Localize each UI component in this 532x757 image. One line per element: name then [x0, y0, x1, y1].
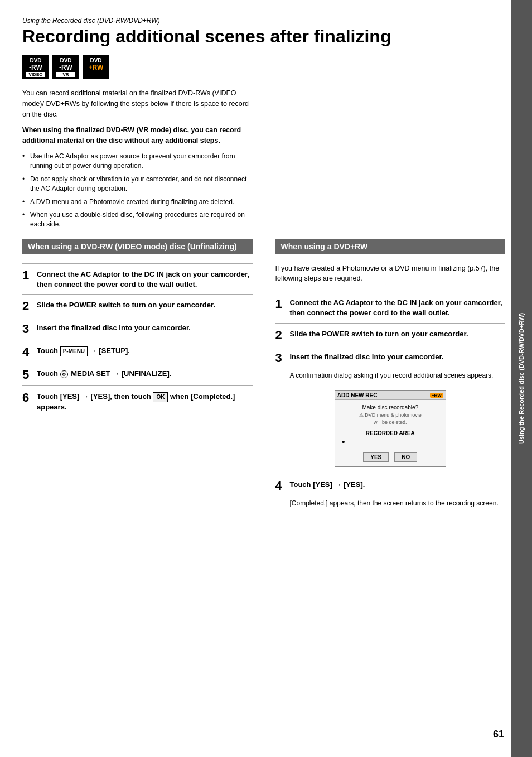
pmenu-box: P-MENU [60, 346, 88, 356]
right-step-2-header: 2 Slide the POWER switch to turn on your… [275, 323, 506, 346]
dialog-box: ADD NEW REC +RW Make disc recordable? ⚠ … [335, 390, 446, 467]
final-divider [275, 514, 506, 514]
step-number-1: 1 [22, 269, 32, 282]
media-set-icon: ⚙ [60, 370, 68, 378]
side-tab: Using the Recorded disc (DVD-RW/DVD+RW) [511, 0, 532, 757]
badge-dvd-plus-rw: DVD +RW [83, 55, 109, 79]
right-intro: If you have created a Photomovie or a DV… [275, 263, 506, 285]
right-step-3: 3 Insert the finalized disc into your ca… [275, 346, 506, 467]
left-section-header: When using a DVD-RW (VIDEO mode) disc (U… [22, 239, 253, 254]
right-step-number-1: 1 [275, 298, 286, 310]
left-step-3-header: 3 Insert the finalized disc into your ca… [22, 317, 253, 340]
left-column: When using a DVD-RW (VIDEO mode) disc (U… [22, 239, 264, 515]
left-step-6-text: Touch [YES] → [YES], then touch OK when … [37, 392, 253, 412]
right-step-4-header: 4 Touch [YES] → [YES]. [275, 474, 506, 496]
step-number-6: 6 [22, 392, 32, 404]
left-step-3: 3 Insert the finalized disc into your ca… [22, 317, 253, 340]
badge-dvd-rw-video: DVD -RW VIDEO [22, 55, 49, 79]
side-tab-text: Using the Recorded disc (DVD-RW/DVD+RW) [518, 313, 525, 444]
dialog-badge: +RW [430, 393, 443, 398]
dialog-recorded-area: RECORDED AREA [340, 429, 441, 437]
right-step-2-text: Slide the POWER switch to turn on your c… [290, 329, 468, 339]
main-content: Using the Recorded disc (DVD-RW/DVD+RW) … [0, 0, 511, 757]
right-step-number-2: 2 [275, 329, 286, 341]
dialog-yes-button[interactable]: YES [363, 452, 389, 462]
dialog-title: ADD NEW REC [337, 392, 378, 398]
bullet-item-1: Use the AC Adaptor as power source to pr… [22, 152, 257, 171]
right-step-number-4: 4 [275, 480, 286, 492]
step-number-5: 5 [22, 369, 32, 381]
right-step-1: 1 Connect the AC Adaptor to the DC IN ja… [275, 292, 506, 322]
subtitle: Using the Recorded disc (DVD-RW/DVD+RW) [22, 17, 505, 25]
dialog-body: Make disc recordable? ⚠ DVD menu & photo… [335, 400, 446, 449]
right-step-1-header: 1 Connect the AC Adaptor to the DC IN ja… [275, 292, 506, 322]
dialog-warning2: will be deleted. [340, 419, 441, 427]
left-step-2-header: 2 Slide the POWER switch to turn on your… [22, 294, 253, 317]
dialog-no-button[interactable]: NO [394, 452, 417, 462]
left-step-1: 1 Connect the AC Adaptor to the DC IN ja… [22, 263, 253, 294]
left-step-4-header: 4 Touch P-MENU → [SETUP]. [22, 340, 253, 363]
bullet-item-3: A DVD menu and a Photomovie created duri… [22, 197, 257, 207]
left-step-5-text: Touch ⚙ MEDIA SET → [UNFINALIZE]. [37, 369, 171, 379]
right-step-2: 2 Slide the POWER switch to turn on your… [275, 323, 506, 346]
right-step-3-subtext: A confirmation dialog asking if you reco… [275, 369, 506, 386]
dialog-warning1: ⚠ DVD menu & photomovie [340, 412, 441, 420]
disc-badges: DVD -RW VIDEO DVD -RW VR DVD +RW [22, 55, 505, 79]
right-step-3-header: 3 Insert the finalized disc into your ca… [275, 346, 506, 369]
step-number-4: 4 [22, 346, 32, 358]
right-section-header: When using a DVD+RW [275, 239, 506, 254]
intro-paragraph2: When using the finalized DVD-RW (VR mode… [22, 125, 257, 146]
right-step-3-text: Insert the finalized disc into your camc… [290, 352, 444, 362]
badge-dvd-rw-vr: DVD -RW VR [52, 55, 79, 79]
right-step-1-text: Connect the AC Adaptor to the DC IN jack… [290, 298, 506, 318]
page-container: Using the Recorded disc (DVD-RW/DVD+RW) … [0, 0, 532, 757]
dialog-buttons: YES NO [335, 449, 446, 466]
left-step-1-header: 1 Connect the AC Adaptor to the DC IN ja… [22, 263, 253, 294]
left-step-1-text: Connect the AC Adaptor to the DC IN jack… [37, 269, 253, 290]
intro-paragraph1: You can record additional material on th… [22, 88, 257, 119]
bullet-item-4: When you use a double-sided disc, follow… [22, 210, 257, 230]
dialog-dot: ● [340, 437, 441, 446]
left-step-6-header: 6 Touch [YES] → [YES], then touch OK whe… [22, 385, 253, 417]
right-step-4-subtext: [Completed.] appears, then the screen re… [275, 496, 506, 514]
bullet-item-2: Do not apply shock or vibration to your … [22, 175, 257, 194]
left-step-4: 4 Touch P-MENU → [SETUP]. [22, 340, 253, 363]
ok-box: OK [153, 392, 168, 402]
right-step-4: 4 Touch [YES] → [YES]. [Completed.] appe… [275, 474, 506, 514]
page-number: 61 [493, 729, 504, 740]
dialog-title-bar: ADD NEW REC +RW [335, 391, 446, 400]
left-step-5: 5 Touch ⚙ MEDIA SET → [UNFINALIZE]. [22, 363, 253, 385]
right-step-4-text: Touch [YES] → [YES]. [290, 480, 365, 490]
left-step-5-header: 5 Touch ⚙ MEDIA SET → [UNFINALIZE]. [22, 363, 253, 385]
left-step-6: 6 Touch [YES] → [YES], then touch OK whe… [22, 385, 253, 417]
step-number-3: 3 [22, 323, 32, 335]
bullet-list: Use the AC Adaptor as power source to pr… [22, 152, 257, 230]
right-step-number-3: 3 [275, 352, 286, 364]
step-number-2: 2 [22, 300, 32, 312]
left-step-4-text: Touch P-MENU → [SETUP]. [37, 346, 130, 356]
left-step-2-text: Slide the POWER switch to turn on your c… [37, 300, 215, 310]
page-title: Recording additional scenes after finali… [22, 27, 505, 46]
left-step-2: 2 Slide the POWER switch to turn on your… [22, 294, 253, 317]
right-column: When using a DVD+RW If you have created … [264, 239, 506, 515]
two-col-layout: When using a DVD-RW (VIDEO mode) disc (U… [22, 239, 505, 515]
left-step-3-text: Insert the finalized disc into your camc… [37, 323, 191, 333]
dialog-line1: Make disc recordable? [340, 403, 441, 412]
